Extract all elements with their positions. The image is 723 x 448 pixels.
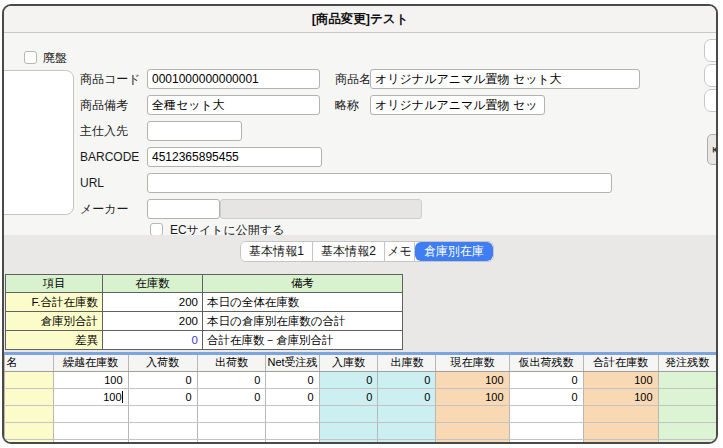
warehouse-header-row: 名 繰越在庫数 入荷数 出荷数 Net受注残 入庫数 出庫数 現在庫数 仮出荷残… [5,355,717,371]
summary-qty: 200 [103,293,203,312]
wh-cell-name[interactable] [5,371,54,388]
product-edit-window: [商品変更]テスト 廃盤 商品コード 商品備考 主仕入先 BARCODE URL… [2,4,718,444]
url-label: URL [80,173,104,193]
warehouse-row: 100 0 0 0 0 0 100 0 100 [5,371,717,388]
warehouse-row: 100 0 0 0 0 0 100 0 100 [5,388,717,405]
summary-note: 合計在庫数－倉庫別合計 [203,331,403,350]
stock-summary-table: 項目 在庫数 備考 F.合計在庫数 200 本日の全体在庫数 倉庫別合計 200… [5,274,403,350]
summary-note: 本日の全体在庫数 [203,293,403,312]
short-name-input[interactable] [370,95,545,115]
warehouse-empty-row [5,405,717,422]
summary-note: 本日の倉庫別在庫数の合計 [203,312,403,331]
maker-label: メーカー [80,199,129,219]
wh-cell-carryover[interactable]: 100 [53,371,128,388]
wh-header-prov-ship-remain: 仮出荷残数 [509,355,583,371]
maker-name-display [220,199,422,219]
wh-cell-arrivals[interactable]: 0 [128,371,197,388]
wh-header-shipments: 出荷数 [197,355,266,371]
wh-header-arrivals: 入荷数 [128,355,197,371]
wh-header-net-backorder: Net受注残 [266,355,319,371]
wh-cell-name[interactable] [5,388,54,405]
wh-header-stock-out: 出庫数 [378,355,436,371]
skip-to-first-button[interactable]: ⇤ [707,134,718,165]
wh-cell-stock-out[interactable]: 0 [378,371,436,388]
wh-header-current: 現在庫数 [436,355,509,371]
wh-cell-order-remain[interactable] [658,371,716,388]
side-button-3[interactable] [704,89,718,112]
window-title: [商品変更]テスト [312,11,409,28]
wh-header-order-remain: 発注残数 [658,355,716,371]
wh-header-carryover: 繰越在庫数 [53,355,128,371]
warehouse-empty-row [5,422,717,439]
product-name-input[interactable] [370,69,640,89]
tab-warehouse-stock[interactable]: 倉庫別在庫 [415,242,493,261]
wh-cell-stock-out[interactable]: 0 [378,388,436,405]
tab-basic-info-2[interactable]: 基本情報2 [313,242,385,261]
product-code-label: 商品コード [80,69,141,89]
summary-header-note: 備考 [203,275,403,293]
summary-row: 差異 0 合計在庫数－倉庫別合計 [6,331,403,350]
tab-basic-info-1[interactable]: 基本情報1 [241,242,313,261]
summary-header-qty: 在庫数 [103,275,203,293]
wh-cell-net-backorder[interactable]: 0 [266,388,319,405]
screenshot-root: [商品変更]テスト 廃盤 商品コード 商品備考 主仕入先 BARCODE URL… [0,0,723,448]
warehouse-stock-grid: 名 繰越在庫数 入荷数 出荷数 Net受注残 入庫数 出庫数 現在庫数 仮出荷残… [4,355,716,444]
wh-cell-prov-ship-remain[interactable]: 0 [509,388,583,405]
text-caret [122,391,123,403]
skip-left-icon: ⇤ [712,142,718,157]
main-supplier-input[interactable] [147,121,242,141]
wh-cell-total[interactable]: 100 [583,371,658,388]
summary-diff-qty: 0 [103,331,203,350]
detail-tabbar: 基本情報1 基本情報2 メモ 倉庫別在庫 [240,241,494,262]
discontinued-checkbox[interactable] [24,51,37,64]
warehouse-empty-row [5,439,717,444]
side-button-1[interactable] [704,39,718,62]
wh-cell-net-backorder[interactable]: 0 [266,371,319,388]
wh-header-total: 合計在庫数 [583,355,658,371]
product-note-label: 商品備考 [80,95,128,115]
wh-cell-stock-in[interactable]: 0 [319,388,378,405]
barcode-label: BARCODE [80,147,139,167]
main-supplier-label: 主仕入先 [80,121,128,141]
summary-item: 差異 [6,331,103,350]
product-note-input[interactable] [147,95,320,115]
wh-header-name: 名 [5,355,54,371]
discontinued-label: 廃盤 [43,48,67,68]
url-input[interactable] [147,173,612,193]
wh-header-stock-in: 入庫数 [319,355,378,371]
summary-row: 倉庫別合計 200 本日の倉庫別在庫数の合計 [6,312,403,331]
wh-cell-carryover-editing[interactable]: 100 [53,388,128,405]
short-name-label: 略称 [335,95,359,115]
product-name-label: 商品名 [335,69,371,89]
window-titlebar: [商品変更]テスト [4,6,716,33]
wh-cell-total[interactable]: 100 [583,388,658,405]
product-image-box[interactable] [2,70,74,215]
wh-cell-prov-ship-remain[interactable]: 0 [509,371,583,388]
maker-input[interactable] [147,199,220,219]
summary-qty: 200 [103,312,203,331]
summary-header-row: 項目 在庫数 備考 [6,275,403,293]
wh-cell-arrivals[interactable]: 0 [128,388,197,405]
summary-header-item: 項目 [6,275,103,293]
wh-cell-shipments[interactable]: 0 [197,371,266,388]
summary-row: F.合計在庫数 200 本日の全体在庫数 [6,293,403,312]
side-button-2[interactable] [704,64,718,87]
product-code-input[interactable] [147,69,320,89]
wh-cell-current[interactable]: 100 [436,388,509,405]
summary-item: 倉庫別合計 [6,312,103,331]
summary-item: F.合計在庫数 [6,293,103,312]
barcode-input[interactable] [147,147,322,167]
wh-cell-order-remain[interactable] [658,388,716,405]
tab-memo[interactable]: メモ [385,242,415,261]
wh-cell-current[interactable]: 100 [436,371,509,388]
wh-cell-stock-in[interactable]: 0 [319,371,378,388]
wh-cell-shipments[interactable]: 0 [197,388,266,405]
